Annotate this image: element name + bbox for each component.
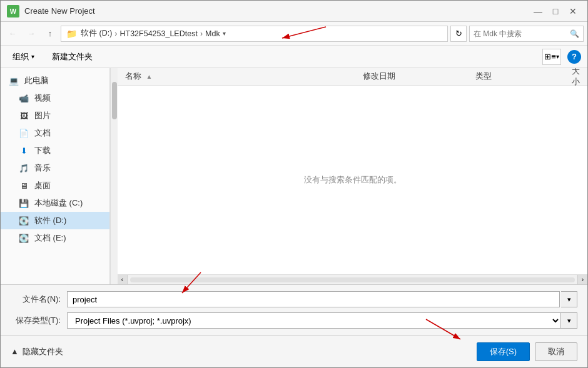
sidebar-item-label-pc: 此电脑	[24, 75, 49, 86]
organize-chevron-icon: ▾	[31, 53, 34, 60]
video-icon: 📹	[18, 93, 29, 103]
sidebar: 💻 此电脑 📹 视频 🖼 图片 📄 文档 ⬇ 下载 🎵 音乐	[1, 68, 110, 284]
path-dropdown-icon: ▾	[223, 30, 226, 37]
view-chevron-icon: ▾	[556, 53, 559, 60]
address-path[interactable]: 📁 软件 (D:) › HT32F54253_LEDtest › Mdk ▾	[61, 26, 448, 42]
hscroll-track[interactable]	[130, 277, 575, 282]
col-header-size[interactable]: 大小	[564, 68, 585, 87]
sidebar-scrollbar[interactable]	[110, 68, 118, 284]
doc-e-icon: 💽	[18, 233, 29, 243]
app-icon: W	[7, 5, 19, 17]
filetype-select[interactable]: Project Files (*.uvproj; *.uvprojx)	[67, 312, 561, 329]
download-icon: ⬇	[18, 146, 29, 156]
hscroll-right-btn[interactable]: ›	[577, 275, 587, 284]
sidebar-item-label-doc: 文档	[34, 127, 51, 139]
main-content: 💻 此电脑 📹 视频 🖼 图片 📄 文档 ⬇ 下载 🎵 音乐	[1, 68, 587, 284]
folder-icon: 📁	[66, 29, 77, 39]
window-controls: — □ ✕	[530, 4, 581, 18]
cancel-button[interactable]: 取消	[535, 342, 577, 361]
search-input[interactable]	[474, 29, 567, 38]
hscroll-left-btn[interactable]: ‹	[118, 275, 128, 284]
filetype-chevron-icon[interactable]: ▾	[561, 312, 577, 329]
horizontal-scrollbar[interactable]: ‹ ›	[118, 274, 587, 284]
sidebar-item-doc[interactable]: 📄 文档	[1, 124, 109, 142]
minimize-button[interactable]: —	[530, 4, 546, 18]
local-c-icon: 💾	[18, 198, 29, 208]
view-button[interactable]: ⊞≡ ▾	[542, 49, 561, 65]
desktop-icon: 🖥	[18, 181, 29, 191]
refresh-button[interactable]: ↻	[450, 26, 467, 42]
image-icon: 🖼	[18, 111, 29, 121]
sidebar-item-label-software-d: 软件 (D:)	[34, 215, 66, 226]
dialog-title: Create New Project	[24, 6, 530, 16]
organize-label: 组织	[13, 51, 29, 62]
forward-button[interactable]: →	[23, 26, 39, 42]
help-button[interactable]: ?	[567, 50, 581, 64]
software-d-icon: 💽	[18, 216, 29, 226]
save-button[interactable]: 保存(S)	[477, 342, 530, 361]
hide-folders-button[interactable]: ▲ 隐藏文件夹	[11, 346, 63, 357]
sidebar-item-label-image: 图片	[34, 110, 51, 121]
dialog-window: W Create New Project — □ ✕ ← → ↑ 📁 软件 (D…	[0, 0, 588, 368]
sidebar-item-local-c[interactable]: 💾 本地磁盘 (C:)	[1, 194, 109, 212]
collapse-icon: ▲	[11, 347, 19, 356]
maximize-button[interactable]: □	[547, 4, 564, 18]
col-header-type[interactable]: 类型	[470, 71, 564, 82]
filename-input[interactable]	[67, 291, 560, 307]
pc-icon: 💻	[8, 76, 19, 86]
toolbar: 组织 ▾ 新建文件夹 ⊞≡ ▾ ?	[1, 46, 587, 68]
path-part-3: Mdk	[205, 29, 220, 38]
path-part-2: HT32F54253_LEDtest	[119, 29, 197, 38]
view-icon: ⊞≡	[544, 52, 556, 61]
search-box[interactable]: 🔍	[469, 26, 584, 42]
filetype-row: 保存类型(T): Project Files (*.uvproj; *.uvpr…	[11, 312, 577, 329]
music-icon: 🎵	[18, 163, 29, 173]
organize-button[interactable]: 组织 ▾	[7, 49, 40, 65]
sidebar-item-label-desktop: 桌面	[34, 180, 51, 191]
address-bar: ← → ↑ 📁 软件 (D:) › HT32F54253_LEDtest › M…	[1, 22, 587, 46]
path-part-1: 软件 (D:)	[81, 28, 112, 39]
col-header-name[interactable]: 名称 ▲	[120, 71, 358, 82]
sidebar-item-image[interactable]: 🖼 图片	[1, 107, 109, 124]
sidebar-item-label-video: 视频	[34, 92, 51, 104]
empty-message: 没有与搜索条件匹配的项。	[304, 174, 402, 186]
filetype-label: 保存类型(T):	[11, 315, 67, 326]
sidebar-item-pc[interactable]: 💻 此电脑	[1, 72, 109, 89]
new-folder-label: 新建文件夹	[52, 51, 93, 62]
sidebar-item-label-local-c: 本地磁盘 (C:)	[34, 197, 83, 209]
file-list: 名称 ▲ 修改日期 类型 大小 没有与搜索条件匹配的项。 ‹	[118, 68, 587, 284]
up-button[interactable]: ↑	[42, 26, 58, 42]
filename-label: 文件名(N):	[11, 294, 67, 305]
sort-arrow-icon: ▲	[146, 73, 152, 80]
col-header-date[interactable]: 修改日期	[358, 71, 470, 82]
footer: ▲ 隐藏文件夹 保存(S) 取消	[1, 335, 587, 367]
file-list-body: 没有与搜索条件匹配的项。	[118, 86, 587, 274]
sidebar-item-video[interactable]: 📹 视频	[1, 89, 109, 107]
sidebar-item-label-download: 下载	[34, 145, 51, 156]
filetype-select-wrap: Project Files (*.uvproj; *.uvprojx) ▾	[67, 312, 577, 329]
new-folder-button[interactable]: 新建文件夹	[46, 49, 98, 65]
sidebar-item-desktop[interactable]: 🖥 桌面	[1, 177, 109, 194]
filename-row: 文件名(N): ▾	[11, 291, 577, 307]
file-list-header: 名称 ▲ 修改日期 类型 大小	[118, 68, 587, 86]
scrollbar-thumb[interactable]	[112, 82, 117, 119]
sidebar-item-label-music: 音乐	[34, 162, 51, 174]
help-icon: ?	[572, 52, 577, 61]
close-button[interactable]: ✕	[565, 4, 581, 18]
hide-folders-label: 隐藏文件夹	[23, 346, 63, 357]
doc-icon: 📄	[18, 128, 29, 138]
sidebar-item-doc-e[interactable]: 💽 文档 (E:)	[1, 229, 109, 247]
filename-dropdown-button[interactable]: ▾	[561, 291, 577, 307]
bottom-form: 文件名(N): ▾ 保存类型(T): Project Files (*.uvpr…	[1, 284, 587, 335]
title-bar: W Create New Project — □ ✕	[1, 1, 587, 22]
filename-input-wrap: ▾	[67, 291, 577, 307]
sidebar-item-software-d[interactable]: 💽 软件 (D:)	[1, 212, 109, 229]
sidebar-item-label-doc-e: 文档 (E:)	[34, 232, 66, 244]
back-button[interactable]: ←	[4, 26, 21, 42]
sidebar-item-music[interactable]: 🎵 音乐	[1, 159, 109, 177]
sidebar-item-download[interactable]: ⬇ 下载	[1, 142, 109, 159]
search-icon: 🔍	[570, 29, 579, 38]
